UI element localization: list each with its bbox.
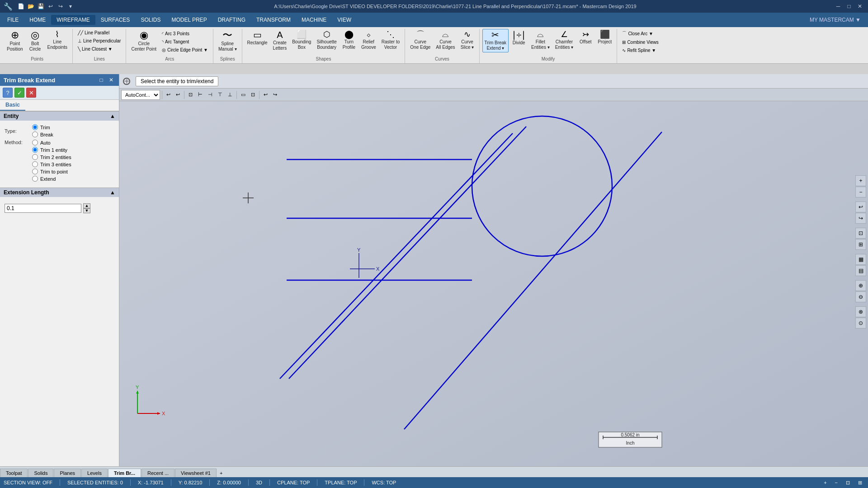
stb-btn-1[interactable]: ↩ (164, 90, 173, 100)
ribbon-btn-arc-3-points[interactable]: ◜ Arc 3 Points (160, 30, 210, 38)
ribbon-btn-refit-spline[interactable]: ∿ Refit Spline ▼ (620, 47, 660, 54)
ribbon-btn-raster-to-vector[interactable]: ⋱ Raster toVector (379, 29, 402, 52)
ribbon-btn-rectangle[interactable]: ▭ Rectangle (245, 29, 270, 47)
rp-btn-6[interactable]: ⊞ (855, 239, 866, 250)
stb-btn-9[interactable]: ⊡ (249, 90, 257, 100)
panel-ok-button[interactable]: ✓ (14, 88, 24, 98)
rp-btn-4[interactable]: ↪ (855, 213, 866, 224)
menu-file[interactable]: FILE (2, 15, 24, 25)
stb-btn-11[interactable]: ↪ (271, 90, 279, 100)
stb-btn-3[interactable]: ⊡ (186, 90, 195, 100)
ribbon-btn-project[interactable]: ⬛ Project (595, 29, 614, 46)
tab-planes[interactable]: Planes (54, 469, 81, 477)
menu-solids[interactable]: SOLIDS (135, 15, 166, 25)
ribbon-btn-line-perpendicular[interactable]: ⊥ Line Perpendicular (75, 37, 123, 45)
rp-btn-1[interactable]: + (855, 175, 866, 186)
ribbon-btn-curve-slice[interactable]: ∿ CurveSlice ▾ (458, 29, 476, 52)
ribbon-btn-relief-groove[interactable]: ⬦ ReliefGroove (359, 29, 378, 52)
panel-help-button[interactable]: ? (3, 88, 13, 98)
tab-solids[interactable]: Solids (28, 469, 53, 477)
method-trim1-radio[interactable] (32, 147, 38, 153)
ribbon-btn-curve-all-edges[interactable]: ⌓ CurveAll Edges (434, 29, 457, 52)
qa-open[interactable]: 📂 (26, 2, 35, 11)
method-extend-option[interactable]: Extend (32, 176, 71, 182)
ribbon-btn-arc-tangent[interactable]: ◝ Arc Tangent (160, 38, 210, 46)
menu-transform[interactable]: TRANSFORM (251, 15, 296, 25)
menu-model-prep[interactable]: MODEL PREP (166, 15, 212, 25)
tab-levels[interactable]: Levels (81, 469, 108, 477)
ribbon-btn-bounding-box[interactable]: ⬜ BoundingBox (290, 29, 313, 52)
status-view[interactable]: ⊞ (856, 478, 864, 488)
ribbon-btn-line-parallel[interactable]: ╱╱ Line Parallel (75, 29, 123, 37)
rp-btn-8[interactable]: ▤ (855, 265, 866, 276)
stb-btn-4[interactable]: ⊢ (196, 90, 205, 100)
type-break-option[interactable]: Break (32, 131, 53, 137)
rp-btn-10[interactable]: ⊖ (855, 291, 866, 302)
method-trim2-radio[interactable] (32, 154, 38, 160)
rp-btn-12[interactable]: ⊙ (855, 318, 866, 328)
tab-toolpat[interactable]: Toolpat (0, 469, 28, 477)
panel-close-button[interactable]: ✕ (107, 76, 115, 84)
type-trim-radio[interactable] (32, 124, 38, 130)
ribbon-btn-spline-manual[interactable]: 〜 SplineManual ▾ (216, 29, 239, 53)
panel-tab-basic[interactable]: Basic (0, 100, 25, 111)
stb-btn-8[interactable]: ▭ (239, 90, 248, 100)
panel-float-button[interactable]: □ (97, 76, 105, 84)
add-tab-button[interactable]: + (217, 469, 225, 477)
stb-btn-7[interactable]: ⊥ (226, 90, 235, 100)
rp-btn-11[interactable]: ⊗ (855, 306, 866, 317)
ribbon-btn-line-closest[interactable]: ╲ Line Closest ▼ (75, 45, 123, 53)
ribbon-btn-combine-views[interactable]: ⊞ Combine Views (620, 38, 660, 46)
qa-new[interactable]: 📄 (16, 2, 25, 11)
method-trim1-option[interactable]: Trim 1 entity (32, 147, 71, 153)
qa-redo[interactable]: ↪ (56, 2, 65, 11)
status-zoom-out[interactable]: − (833, 478, 840, 488)
status-zoom-in[interactable]: + (821, 478, 829, 488)
my-mastercam[interactable]: MY MASTERCAM ▼ (804, 15, 866, 25)
ribbon-btn-bolt-circle[interactable]: ◎ BoltCircle (26, 29, 44, 53)
rp-btn-3[interactable]: ↩ (855, 202, 866, 212)
rp-btn-9[interactable]: ⊕ (855, 280, 866, 291)
rp-btn-5[interactable]: ⊡ (855, 228, 866, 239)
method-trim3-option[interactable]: Trim 3 entities (32, 161, 71, 167)
stb-btn-6[interactable]: ⊤ (216, 90, 225, 100)
tab-trim-break[interactable]: Trim Br... (108, 469, 141, 477)
restore-button[interactable]: □ (844, 2, 854, 10)
ribbon-btn-circle-edge-point[interactable]: ◎ Circle Edge Point ▼ (160, 46, 210, 54)
method-extend-radio[interactable] (32, 176, 38, 182)
extension-length-input[interactable] (5, 204, 81, 213)
ribbon-btn-line-endpoints[interactable]: ⌇ LineEndpoints (45, 29, 70, 52)
menu-surfaces[interactable]: SURFACES (95, 15, 136, 25)
ribbon-btn-close-arc[interactable]: ⌒ Close Arc ▼ (620, 29, 660, 38)
method-auto-option[interactable]: Auto (32, 140, 71, 145)
ribbon-btn-point-position[interactable]: ⊕ PointPosition (5, 29, 25, 53)
ribbon-btn-circle-center-point[interactable]: ◉ CircleCenter Point (129, 29, 159, 53)
ribbon-btn-trim-break-extend[interactable]: ✂ Trim BreakExtend ▾ (482, 29, 509, 52)
extension-decrement-button[interactable]: ▼ (83, 208, 90, 213)
tab-recent[interactable]: Recent ... (142, 469, 175, 477)
qa-more[interactable]: ▾ (66, 2, 75, 11)
autocont-dropdown[interactable]: AutoCont... (121, 90, 160, 100)
method-trim-to-point-radio[interactable] (32, 169, 38, 174)
ribbon-btn-turn-profile[interactable]: ⬤ TurnProfile (340, 29, 358, 52)
extension-increment-button[interactable]: ▲ (83, 203, 90, 208)
stb-btn-5[interactable]: ⊣ (206, 90, 215, 100)
ribbon-btn-offset[interactable]: ↣ Offset (576, 29, 594, 46)
menu-home[interactable]: HOME (24, 15, 51, 25)
ribbon-btn-create-letters[interactable]: A CreateLetters (271, 29, 289, 52)
ribbon-btn-curve-one-edge[interactable]: ⌒ CurveOne Edge (408, 29, 433, 52)
panel-cancel-button[interactable]: ✕ (26, 88, 36, 98)
ribbon-btn-silhouette-boundary[interactable]: ⬡ SilhouetteBoundary (314, 29, 339, 52)
method-trim3-radio[interactable] (32, 161, 38, 167)
entity-section-header[interactable]: Entity ▲ (0, 111, 119, 121)
method-auto-radio[interactable] (32, 140, 38, 145)
canvas-area[interactable]: X Y X Y 0.5062 in Inch (119, 74, 868, 477)
type-break-radio[interactable] (32, 131, 38, 137)
method-trim2-option[interactable]: Trim 2 entities (32, 154, 71, 160)
type-trim-option[interactable]: Trim (32, 124, 53, 130)
qa-save[interactable]: 💾 (36, 2, 45, 11)
menu-machine[interactable]: MACHINE (296, 15, 332, 25)
menu-view[interactable]: VIEW (332, 15, 357, 25)
close-button[interactable]: ✕ (855, 2, 864, 10)
ribbon-btn-divide[interactable]: ∣÷∣ Divide (509, 29, 528, 47)
